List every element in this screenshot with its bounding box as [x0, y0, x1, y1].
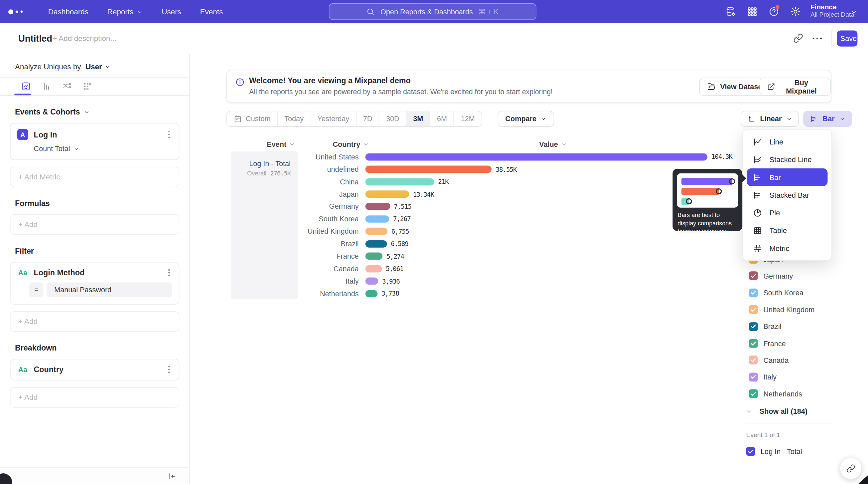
value-column-header[interactable]: Value: [539, 140, 567, 148]
bar[interactable]: [366, 265, 382, 272]
share-link-fab[interactable]: [840, 458, 861, 479]
aggregation-selector[interactable]: Count Total: [34, 144, 172, 153]
x-axis-scale-button[interactable]: Linear: [741, 111, 799, 127]
checkbox-checked[interactable]: [749, 322, 758, 331]
chart-type-option-bar[interactable]: Bar: [747, 168, 828, 186]
divider: [746, 424, 831, 424]
chart-type-option-stacked-bar[interactable]: Stacked Bar: [743, 186, 831, 204]
checkbox-checked[interactable]: [749, 305, 758, 314]
legend-item-france[interactable]: France: [749, 339, 786, 348]
kebab-menu-icon[interactable]: [166, 365, 172, 374]
analyze-by-selector[interactable]: User: [86, 63, 111, 71]
bar[interactable]: [366, 203, 390, 210]
kebab-menu-icon[interactable]: [166, 268, 172, 277]
events-cohorts-header[interactable]: Events & Cohorts: [15, 108, 80, 116]
add-filter-button[interactable]: + Add: [10, 311, 179, 332]
report-title[interactable]: Untitled: [18, 33, 52, 44]
date-range-6m[interactable]: 6M: [430, 111, 454, 126]
nav-item-reports[interactable]: Reports: [107, 7, 143, 16]
checkbox-checked[interactable]: [749, 288, 758, 297]
legend-item-south-korea[interactable]: South Korea: [749, 288, 804, 297]
event-legend-item[interactable]: Log In - Total: [746, 447, 802, 456]
bar[interactable]: [366, 253, 383, 260]
date-range-30d[interactable]: 30D: [379, 111, 406, 126]
help-icon[interactable]: [768, 6, 779, 17]
bar[interactable]: [366, 178, 434, 186]
event-column-header[interactable]: Event: [267, 140, 295, 148]
date-range-7d[interactable]: 7D: [356, 111, 379, 126]
breakdown-property-name[interactable]: Country: [34, 365, 161, 374]
legend-item-germany[interactable]: Germany: [749, 272, 793, 281]
legend-label: Canada: [763, 356, 788, 365]
report-type-tabs: [0, 78, 189, 95]
chart-type-option-stacked-line[interactable]: Stacked Line: [743, 151, 831, 168]
report-canvas: Welcome! You are viewing a Mixpanel demo…: [190, 54, 868, 484]
chart-type-option-table[interactable]: Table: [743, 221, 831, 239]
date-range-custom[interactable]: Custom: [227, 111, 278, 126]
mixpanel-logo[interactable]: [8, 9, 33, 14]
filter-property-name[interactable]: Login Method: [34, 268, 161, 277]
tab-flows[interactable]: [57, 82, 77, 91]
filter-operator[interactable]: =: [29, 282, 43, 297]
compare-button[interactable]: Compare: [498, 111, 554, 127]
nav-item-events[interactable]: Events: [200, 7, 223, 16]
chart-type-option-pie[interactable]: Pie: [743, 204, 831, 221]
legend-item-brazil[interactable]: Brazil: [749, 322, 781, 331]
date-range-3m[interactable]: 3M: [406, 111, 430, 126]
settings-gear-icon[interactable]: [790, 6, 801, 17]
apps-grid-icon[interactable]: [747, 6, 757, 17]
bar[interactable]: [366, 228, 388, 235]
bar[interactable]: [366, 216, 390, 223]
collapse-sidebar-icon[interactable]: [167, 472, 176, 481]
add-metric-button[interactable]: + Add Metric: [10, 167, 179, 188]
checkbox-checked[interactable]: [749, 339, 758, 348]
metric-card-log-in[interactable]: A Log In Count Total: [10, 123, 179, 160]
chart-type-option-line[interactable]: Line: [743, 133, 831, 150]
bar[interactable]: [366, 153, 708, 161]
legend-item-italy[interactable]: Italy: [749, 372, 777, 381]
save-button[interactable]: Save: [837, 30, 858, 46]
legend-item-canada[interactable]: Canada: [749, 356, 788, 365]
more-options-icon[interactable]: [813, 38, 822, 39]
data-management-icon[interactable]: [725, 6, 736, 17]
tab-retention[interactable]: [77, 82, 97, 91]
bar[interactable]: [366, 240, 387, 248]
filter-value[interactable]: Manual Password: [46, 282, 172, 297]
chart-type-option-label: Line: [770, 138, 783, 146]
legend-label: United Kingdom: [763, 306, 814, 314]
checkbox-checked[interactable]: [749, 390, 758, 398]
tab-insights[interactable]: [16, 82, 36, 91]
breakdown-card-country[interactable]: Aa Country: [10, 359, 179, 380]
date-range-12m[interactable]: 12M: [454, 111, 482, 126]
add-breakdown-button[interactable]: + Add: [10, 387, 179, 407]
nav-item-dashboards[interactable]: Dashboards: [48, 7, 89, 16]
bar[interactable]: [366, 278, 378, 285]
bar[interactable]: [366, 191, 409, 198]
bar[interactable]: [366, 166, 492, 173]
search-input[interactable]: Open Reports & Dashboards ⌘ + K: [329, 3, 536, 20]
nav-item-users[interactable]: Users: [162, 7, 181, 16]
checkbox-checked[interactable]: [746, 447, 755, 456]
kebab-menu-icon[interactable]: [166, 130, 172, 139]
date-range-yesterday[interactable]: Yesterday: [311, 111, 356, 126]
country-column-header[interactable]: Country: [333, 140, 369, 148]
date-range-today[interactable]: Today: [278, 111, 311, 126]
add-formula-button[interactable]: + Add: [10, 215, 179, 235]
buy-mixpanel-button[interactable]: Buy Mixpanel: [760, 78, 831, 96]
legend-item-netherlands[interactable]: Netherlands: [749, 390, 802, 398]
show-all-toggle[interactable]: Show all (184): [746, 407, 807, 416]
chevron-down-icon: [746, 408, 752, 415]
project-switcher[interactable]: Finance All Project Data: [810, 3, 855, 19]
tab-funnels[interactable]: [36, 82, 57, 91]
chart-type-button[interactable]: Bar: [803, 111, 852, 127]
bar[interactable]: [366, 290, 378, 297]
chart-type-option-metric[interactable]: Metric: [743, 239, 831, 257]
filter-card-login-method[interactable]: Aa Login Method = Manual Password: [10, 262, 179, 305]
legend-item-united-kingdom[interactable]: United Kingdom: [749, 305, 814, 314]
checkbox-checked[interactable]: [749, 372, 758, 381]
copy-link-icon[interactable]: [793, 33, 803, 43]
checkbox-checked[interactable]: [749, 356, 758, 365]
event-name[interactable]: Log In: [34, 130, 161, 139]
checkbox-checked[interactable]: [749, 272, 758, 281]
add-description-field[interactable]: + Add description...: [53, 34, 116, 42]
